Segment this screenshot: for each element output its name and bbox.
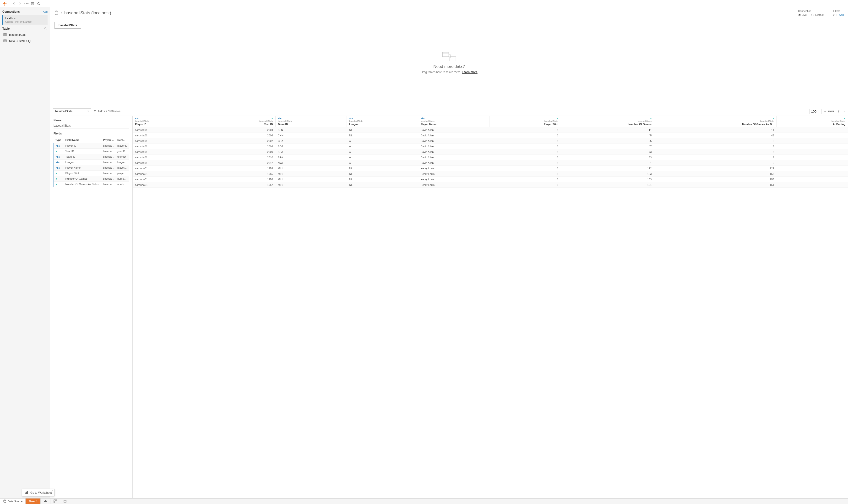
field-row[interactable]: #Year IDbaseball...yearID xyxy=(54,148,129,154)
add-filter-link[interactable]: Add xyxy=(839,13,844,16)
data-row[interactable]: aardsda012010SEAALDavid Allan1534 xyxy=(132,155,848,160)
data-row[interactable]: aaronha011955ML1NLHenry Louis1153153 xyxy=(132,171,848,177)
table-item-baseballstats[interactable]: baseballStats xyxy=(2,32,48,38)
col-type[interactable]: Type xyxy=(54,137,64,143)
data-cell: aaronha01 xyxy=(132,171,204,177)
data-grid-wrapper[interactable]: AbcbaseballStatsPlayer ID#baseballStatsY… xyxy=(132,116,848,498)
grid-column-header[interactable]: #baseballStatsYear ID xyxy=(204,116,276,127)
table-item-custom-sql[interactable]: SQL New Custom SQL xyxy=(2,38,48,44)
connection-name: localhost xyxy=(5,17,46,20)
name-value[interactable]: baseballStats xyxy=(54,123,129,128)
data-row[interactable]: aaronha011956ML1NLHenry Louis1153153 xyxy=(132,177,848,182)
preview-table-select[interactable]: baseballStats ▼ xyxy=(53,108,91,114)
data-cell xyxy=(777,127,848,133)
data-cell: aaronha01 xyxy=(132,166,204,171)
field-row[interactable]: #Number Of Games As Batterbaseball...num… xyxy=(54,182,129,187)
preview-toolbar: baseballStats ▼ 25 fields 97889 rows → r… xyxy=(50,107,848,116)
search-icon[interactable] xyxy=(44,27,48,30)
remote-name-cell: league xyxy=(116,160,129,165)
grid-column-header[interactable]: AbcbaseballStatsPlayer Name xyxy=(418,116,490,127)
field-row[interactable]: AbcPlayer IDbaseball...playerID xyxy=(54,143,129,148)
column-name: Number Of Games xyxy=(563,123,652,126)
field-name-cell: Player Name xyxy=(64,165,102,170)
sheet1-tab[interactable]: Sheet 1 xyxy=(25,499,41,504)
grid-column-header[interactable]: #baseballStatsNumber Of Games xyxy=(561,116,654,127)
col-physical[interactable]: Physic... xyxy=(102,137,116,143)
source-table-label: baseballStats xyxy=(492,120,558,122)
remote-name-cell: teamID xyxy=(116,154,129,160)
data-cell: 153 xyxy=(654,177,776,182)
rows-input[interactable] xyxy=(810,109,822,114)
bar-chart-icon xyxy=(24,491,29,495)
new-story-button[interactable]: + xyxy=(60,499,70,504)
data-cell: David Allan xyxy=(418,133,490,138)
apply-rows-icon[interactable]: → xyxy=(824,110,826,113)
field-name-cell: League xyxy=(64,160,102,165)
svg-rect-4 xyxy=(4,3,5,4)
extract-radio[interactable]: Extract xyxy=(811,13,824,16)
refresh-icon[interactable] xyxy=(36,1,41,6)
grid-column-header[interactable]: #baseballStatsAt Batting xyxy=(777,116,848,127)
custom-sql-icon: SQL xyxy=(3,39,7,43)
data-row[interactable]: aardsda012007CHAALDavid Allan1252 xyxy=(132,138,848,144)
field-row[interactable]: #Player Stintbaseball...player... xyxy=(54,170,129,176)
data-row[interactable]: aardsda012008BOSALDavid Allan1475 xyxy=(132,144,848,149)
grid-column-header[interactable]: AbcbaseballStatsTeam ID xyxy=(275,116,347,127)
col-remote[interactable]: Rem... xyxy=(116,137,129,143)
data-cell: aardsda01 xyxy=(132,144,204,149)
gear-icon[interactable] xyxy=(836,109,841,113)
data-row[interactable]: aardsda012004SFNNLDavid Allan11111 xyxy=(132,127,848,133)
back-icon[interactable] xyxy=(11,1,17,6)
new-dashboard-button[interactable]: + xyxy=(50,499,60,504)
new-worksheet-button[interactable]: + xyxy=(41,499,50,504)
data-row[interactable]: aardsda012012NYAALDavid Allan110 xyxy=(132,160,848,166)
data-cell: aardsda01 xyxy=(132,127,204,133)
data-cell xyxy=(777,160,848,166)
connections-label: Connections xyxy=(2,10,20,13)
chevron-down-icon[interactable]: ⌄ xyxy=(843,110,845,112)
data-cell: 2008 xyxy=(204,144,276,149)
grid-column-header[interactable]: #baseballStatsNumber Of Games As B... xyxy=(654,116,776,127)
grid-column-header[interactable]: #baseballStatsPlayer Stint xyxy=(490,116,561,127)
datasource-title[interactable]: baseballStats (localhost) xyxy=(64,11,111,16)
tableau-logo-icon[interactable] xyxy=(2,1,7,6)
field-row[interactable]: AbcTeam IDbaseball...teamID xyxy=(54,154,129,160)
add-connection-link[interactable]: Add xyxy=(43,10,48,13)
remote-name-cell: numb... xyxy=(116,182,129,187)
data-cell: 2004 xyxy=(204,127,276,133)
save-icon[interactable] xyxy=(30,1,35,6)
relation-canvas[interactable]: baseballStats Need more data? Drag table… xyxy=(50,19,848,107)
data-cell: aardsda01 xyxy=(132,155,204,160)
forward-icon[interactable] xyxy=(17,1,23,6)
field-row[interactable]: AbcPlayer Namebaseball...player... xyxy=(54,165,129,170)
source-table-label: baseballStats xyxy=(349,120,416,122)
canvas-table-box[interactable]: baseballStats xyxy=(54,22,81,29)
source-table-label: baseballStats xyxy=(278,120,344,122)
data-cell: 1 xyxy=(490,138,561,144)
source-table-label: baseballStats xyxy=(657,120,774,122)
connection-mode-options: Live Extract xyxy=(798,13,824,16)
data-row[interactable]: aardsda012009SEAALDavid Allan1733 xyxy=(132,149,848,155)
data-row[interactable]: aaronha011957ML1NLHenry Louis1151151 xyxy=(132,182,848,188)
field-row[interactable]: AbcLeaguebaseball...league xyxy=(54,160,129,165)
data-cell: 1956 xyxy=(204,177,276,182)
data-source-tab[interactable]: Data Source xyxy=(0,499,25,504)
connection-item[interactable]: localhost Apache Pinot by Startree xyxy=(2,15,48,24)
type-indicator: Abc xyxy=(135,117,201,120)
grid-column-header[interactable]: AbcbaseballStatsLeague xyxy=(347,116,418,127)
data-row[interactable]: aaronha011954ML1NLHenry Louis1122122 xyxy=(132,166,848,171)
chevron-down-icon: ▼ xyxy=(87,110,89,112)
grid-column-header[interactable]: AbcbaseballStatsPlayer ID xyxy=(132,116,204,127)
close-icon[interactable]: × xyxy=(52,489,54,492)
collapse-panel-icon[interactable]: ‹ xyxy=(131,117,131,120)
undo-dropdown-icon[interactable] xyxy=(24,1,29,6)
learn-more-link[interactable]: Learn more xyxy=(462,70,477,74)
data-row[interactable]: aardsda012006CHNNLDavid Allan14543 xyxy=(132,133,848,138)
dropdown-caret-icon[interactable]: ▾ xyxy=(61,12,62,14)
svg-rect-26 xyxy=(44,501,45,502)
field-row[interactable]: #Number Of Gamesbaseball...numb... xyxy=(54,176,129,182)
svg-point-21 xyxy=(838,111,839,111)
col-field-name[interactable]: Field Name xyxy=(64,137,102,143)
live-radio[interactable]: Live xyxy=(798,13,807,16)
data-cell: aardsda01 xyxy=(132,133,204,138)
